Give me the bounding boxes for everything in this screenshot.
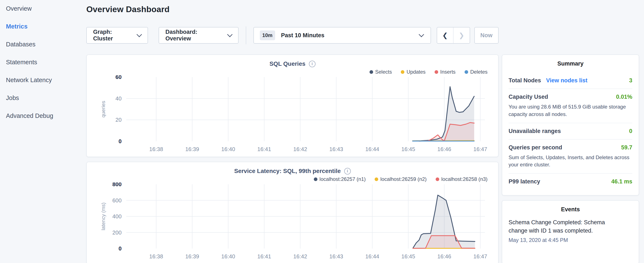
sidebar-item-overview[interactable]: Overview [6,3,86,15]
summary-row-queries-per-second: Queries per second 59.7 Sum of Selects, … [508,139,632,173]
summary-card: Summary Total Nodes View nodes list 3 Ca… [502,55,639,195]
legend-dot-icon [464,70,468,74]
chart-title-row: Service Latency: SQL, 99th percentile i [92,168,492,174]
svg-text:16:46: 16:46 [437,253,451,259]
svg-text:queries: queries [100,101,106,118]
now-button[interactable]: Now [474,27,498,44]
legend-label: localhost:26257 (n1) [320,176,366,182]
sidebar-item-databases[interactable]: Databases [6,38,86,51]
chart-title-row: SQL Queries i [92,60,492,67]
graph-scope-label: Graph: Cluster [93,29,132,42]
time-range-label: Past 10 Minutes [281,32,420,39]
events-card: Events Schema Change Completed: Schema c… [502,200,639,263]
service-latency-chart-card: Service Latency: SQL, 99th percentile i … [86,162,498,263]
legend-dot-icon [436,177,439,181]
dashboard-dropdown[interactable]: Dashboard: Overview [158,27,238,44]
svg-text:16:41: 16:41 [257,253,271,259]
svg-text:200: 200 [112,229,122,236]
sidebar-item-jobs[interactable]: Jobs [6,92,86,104]
time-range-badge: 10m [260,31,275,40]
summary-row-total-nodes: Total Nodes View nodes list 3 [508,73,632,89]
time-back-button[interactable]: ❮ [437,28,454,43]
event-text: Schema Change Completed: Schema change w… [508,218,624,235]
svg-text:16:40: 16:40 [221,146,235,152]
legend-item[interactable]: localhost:26259 (n2) [374,176,426,182]
svg-text:60: 60 [116,75,122,80]
chart-legend: localhost:26257 (n1)localhost:26259 (n2)… [92,176,488,183]
time-pager: ❮ ❯ [437,27,470,44]
summary-label: P99 latency [508,178,540,185]
svg-text:0: 0 [119,138,122,144]
svg-text:16:40: 16:40 [221,253,235,259]
svg-text:16:38: 16:38 [149,146,163,152]
chevron-down-icon [227,32,232,37]
legend-item[interactable]: Updates [401,69,426,75]
svg-text:20: 20 [116,117,122,123]
divider [246,26,246,44]
legend-dot-icon [370,70,373,74]
sidebar-item-metrics[interactable]: Metrics [6,21,86,33]
svg-text:16:38: 16:38 [149,253,163,259]
legend-label: localhost:26258 (n3) [442,176,488,182]
time-forward-button[interactable]: ❯ [454,28,470,43]
svg-text:16:41: 16:41 [257,146,271,152]
legend-dot-icon [434,70,438,74]
legend-item[interactable]: localhost:26257 (n1) [314,176,366,182]
svg-text:latency (ms): latency (ms) [100,203,106,230]
svg-text:16:42: 16:42 [294,146,307,152]
chart-legend: SelectsUpdatesInsertsDeletes [92,69,488,75]
summary-row-unavailable-ranges: Unavailable ranges 0 [508,123,632,139]
legend-item[interactable]: localhost:26258 (n3) [436,176,488,182]
summary-value: 46.1 ms [611,178,632,185]
svg-text:16:39: 16:39 [185,146,199,152]
svg-text:16:46: 16:46 [437,146,451,152]
controls-bar: Graph: Cluster Dashboard: Overview 10m P… [86,26,498,44]
legend-dot-icon [314,177,318,181]
info-icon[interactable]: i [309,61,316,67]
info-icon[interactable]: i [344,168,351,174]
svg-text:600: 600 [112,197,122,204]
main-content: Overview Dashboard Graph: Cluster Dashbo… [86,0,498,263]
sql-queries-chart: 020406016:3816:3916:4016:4116:4216:4316:… [92,75,494,154]
legend-item[interactable]: Deletes [464,69,488,75]
graph-scope-dropdown[interactable]: Graph: Cluster [86,27,148,44]
event-timestamp: May 13, 2020 at 4:45 PM [508,237,632,243]
events-title: Events [508,206,632,213]
svg-text:0: 0 [119,245,122,252]
legend-label: localhost:26259 (n2) [380,176,426,182]
legend-label: Deletes [470,69,488,75]
summary-label: Capacity Used [508,94,548,100]
time-range-selector[interactable]: 10m Past 10 Minutes [254,27,431,44]
svg-text:16:47: 16:47 [473,253,487,259]
service-latency-chart: 020040060080016:3816:3916:4016:4116:4216… [92,183,494,261]
legend-item[interactable]: Inserts [434,69,456,75]
summary-description: You are using 28.6 MiB of 515.9 GiB usab… [508,103,632,118]
sidebar-item-advanced-debug[interactable]: Advanced Debug [6,110,86,122]
chevron-down-icon [136,32,142,37]
page: Overview Metrics Databases Statements Ne… [0,0,644,263]
summary-value: 0 [629,128,632,134]
sidebar-item-network-latency[interactable]: Network Latency [6,74,86,86]
legend-label: Selects [375,69,392,75]
legend-label: Inserts [440,69,456,75]
chevron-down-icon [419,32,424,37]
legend-dot-icon [374,177,378,181]
svg-text:16:42: 16:42 [294,253,307,259]
summary-description: Sum of Selects, Updates, Inserts, and De… [508,154,632,169]
view-nodes-list-link[interactable]: View nodes list [546,77,588,84]
sidebar: Overview Metrics Databases Statements Ne… [0,0,86,263]
svg-text:16:45: 16:45 [402,253,415,259]
summary-row-capacity-used: Capacity Used 0.01% You are using 28.6 M… [508,89,632,123]
legend-item[interactable]: Selects [370,69,392,75]
summary-value: 3 [629,77,632,84]
svg-text:16:45: 16:45 [402,146,415,152]
chart-title: Service Latency: SQL, 99th percentile [234,168,340,174]
page-title: Overview Dashboard [86,5,498,14]
legend-label: Updates [406,69,426,75]
dashboard-label: Dashboard: Overview [166,29,222,42]
summary-label: Unavailable ranges [508,128,561,134]
svg-text:16:43: 16:43 [329,146,343,152]
svg-text:16:44: 16:44 [365,253,379,259]
svg-text:16:44: 16:44 [365,146,379,152]
sidebar-item-statements[interactable]: Statements [6,56,86,68]
